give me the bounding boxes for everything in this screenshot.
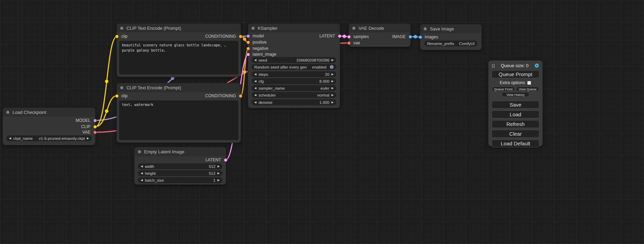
output-port-latent[interactable] xyxy=(224,159,227,162)
output-port-image[interactable] xyxy=(409,35,412,38)
node-status-dot xyxy=(252,27,255,30)
widget-label: seed xyxy=(258,58,267,62)
output-label-model: MODEL xyxy=(76,118,90,123)
input-port-negative[interactable] xyxy=(247,47,250,50)
increment-arrow-icon[interactable] xyxy=(218,165,220,168)
save-button[interactable]: Save xyxy=(492,101,539,109)
input-port-clip[interactable] xyxy=(115,94,118,98)
refresh-button[interactable]: Refresh xyxy=(492,120,539,128)
output-port-vae[interactable] xyxy=(94,131,97,134)
toggle-knob-icon[interactable] xyxy=(330,65,334,69)
node-header[interactable]: CLIP Text Encode (Prompt) xyxy=(117,83,241,92)
node-ksampler[interactable]: KSampler model positive negative latent_… xyxy=(248,24,340,108)
node-load-checkpoint[interactable]: Load Checkpoint MODEL CLIP VAE ckpt_name… xyxy=(3,108,95,145)
widget-label: Random seed after every gen xyxy=(254,65,307,69)
input-label-vae: vae xyxy=(353,40,360,45)
output-port-model[interactable] xyxy=(94,119,97,122)
decrement-arrow-icon[interactable] xyxy=(141,179,143,182)
increment-arrow-icon[interactable] xyxy=(332,80,334,83)
increment-arrow-icon[interactable] xyxy=(332,59,334,62)
decrement-arrow-icon[interactable] xyxy=(254,80,256,83)
node-clip-text-encode-positive[interactable]: CLIP Text Encode (Prompt) clip CONDITION… xyxy=(117,24,241,77)
sampler-name-widget[interactable]: sampler_name euler xyxy=(252,85,336,91)
batch-size-widget[interactable]: batch_size 1 xyxy=(138,177,222,183)
seed-widget[interactable]: seed 156680208700286 xyxy=(252,57,336,63)
decrement-arrow-icon[interactable] xyxy=(254,73,256,76)
output-port-conditioning[interactable] xyxy=(239,94,242,98)
cfg-widget[interactable]: cfg 8.000 xyxy=(252,78,336,84)
height-widget[interactable]: height 512 xyxy=(138,170,222,176)
decrement-arrow-icon[interactable] xyxy=(141,172,143,175)
widget-label: scheduler xyxy=(258,93,276,97)
extra-options-checkbox[interactable] xyxy=(527,81,531,85)
decrement-arrow-icon[interactable] xyxy=(254,59,256,62)
random-seed-toggle-widget[interactable]: Random seed after every gen enabled xyxy=(252,64,336,70)
output-port-clip[interactable] xyxy=(94,125,97,128)
output-port-latent[interactable] xyxy=(338,35,341,38)
decrement-arrow-icon[interactable] xyxy=(254,94,256,97)
output-label-image: IMAGE xyxy=(392,34,406,39)
increment-arrow-icon[interactable] xyxy=(332,73,334,76)
input-port-vae[interactable] xyxy=(347,42,351,45)
decrement-arrow-icon[interactable] xyxy=(254,101,256,104)
output-label-latent: LATENT xyxy=(205,157,221,162)
increment-arrow-icon[interactable] xyxy=(87,137,89,140)
input-port-positive[interactable] xyxy=(247,41,250,44)
denoise-widget[interactable]: denoise 1.000 xyxy=(252,99,336,105)
node-clip-text-encode-negative[interactable]: CLIP Text Encode (Prompt) clip CONDITION… xyxy=(117,83,241,143)
output-label-latent: LATENT xyxy=(319,34,335,38)
node-header[interactable]: VAE Decode xyxy=(349,24,411,33)
node-status-dot xyxy=(120,86,123,89)
queue-panel[interactable]: Queue size: 0 Queue Prompt Extra options… xyxy=(488,61,542,146)
link-midpoint-dot xyxy=(243,37,246,41)
load-button[interactable]: Load xyxy=(492,110,539,118)
load-default-button[interactable]: Load Default xyxy=(492,139,539,147)
view-queue-button[interactable]: View Queue xyxy=(516,87,539,91)
node-title: CLIP Text Encode (Prompt) xyxy=(126,85,181,90)
node-header[interactable]: KSampler xyxy=(248,24,340,33)
input-label-images: images xyxy=(425,35,438,39)
node-vae-decode[interactable]: VAE Decode samples vae IMAGE xyxy=(349,24,411,47)
filename-prefix-widget[interactable]: filename_prefix ComfyUI xyxy=(424,40,477,46)
input-port-images[interactable] xyxy=(419,36,422,39)
node-save-image[interactable]: Save Image images filename_prefix ComfyU… xyxy=(420,24,482,50)
node-status-dot xyxy=(120,27,123,30)
input-label-samples: samples xyxy=(353,34,369,39)
node-empty-latent-image[interactable]: Empty Latent Image LATENT width 512 heig… xyxy=(134,147,226,184)
prompt-text-input[interactable]: beautiful scenery nature glass bottle la… xyxy=(119,41,238,74)
settings-gear-icon[interactable] xyxy=(534,63,539,68)
increment-arrow-icon[interactable] xyxy=(218,172,220,175)
output-label-conditioning: CONDITIONING xyxy=(205,93,236,98)
steps-widget[interactable]: steps 20 xyxy=(252,71,336,77)
node-title: KSampler xyxy=(258,26,277,31)
input-port-model[interactable] xyxy=(247,35,250,38)
queue-prompt-button[interactable]: Queue Prompt xyxy=(492,70,539,78)
node-header[interactable]: Load Checkpoint xyxy=(3,108,95,117)
input-port-clip[interactable] xyxy=(115,35,118,38)
drag-handle-icon[interactable] xyxy=(492,64,493,65)
increment-arrow-icon[interactable] xyxy=(332,94,334,97)
increment-arrow-icon[interactable] xyxy=(332,87,334,90)
prompt-text-input[interactable]: text, watermark xyxy=(119,100,238,140)
clear-button[interactable]: Clear xyxy=(492,130,539,138)
scheduler-widget[interactable]: scheduler normal xyxy=(252,92,336,98)
ckpt-name-widget[interactable]: ckpt_name v1-5-pruned-emaonly.ckpt xyxy=(6,135,92,141)
node-header[interactable]: Empty Latent Image xyxy=(134,147,226,156)
input-port-latent-image[interactable] xyxy=(247,53,250,56)
link-midpoint-dot xyxy=(343,35,346,38)
node-header[interactable]: CLIP Text Encode (Prompt) xyxy=(117,24,241,33)
decrement-arrow-icon[interactable] xyxy=(254,87,256,90)
decrement-arrow-icon[interactable] xyxy=(141,165,143,168)
queue-front-button[interactable]: Queue Front xyxy=(492,87,515,91)
node-status-dot xyxy=(6,111,9,114)
input-port-samples[interactable] xyxy=(347,35,351,38)
increment-arrow-icon[interactable] xyxy=(218,179,220,182)
decrement-arrow-icon[interactable] xyxy=(9,137,11,140)
view-history-button[interactable]: View History xyxy=(502,92,529,97)
node-header[interactable]: Save Image xyxy=(420,24,482,33)
output-port-conditioning[interactable] xyxy=(239,35,242,38)
link-midpoint-dot xyxy=(171,76,174,80)
node-graph-canvas[interactable]: Load Checkpoint MODEL CLIP VAE ckpt_name… xyxy=(0,0,644,244)
increment-arrow-icon[interactable] xyxy=(332,101,334,104)
width-widget[interactable]: width 512 xyxy=(138,163,222,169)
